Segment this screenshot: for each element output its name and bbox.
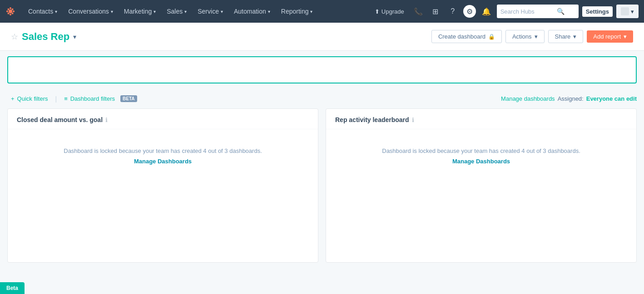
card-1-header: Closed deal amount vs. goal ℹ: [8, 109, 318, 129]
svg-point-3: [6, 10, 8, 12]
filters-right: Manage dashboards Assigned: Everyone can…: [501, 95, 637, 102]
header-actions: Create dashboard 🔒 Actions ▾ Share ▾ Add…: [431, 30, 633, 43]
chevron-down-icon: ▾: [55, 9, 57, 14]
chevron-down-icon: ▾: [221, 9, 223, 14]
card-2-title: Rep activity leaderboard: [335, 116, 409, 123]
card-2-locked-text: Dashboard is locked because your team ha…: [382, 147, 580, 154]
phone-icon-button[interactable]: 📞: [411, 5, 425, 18]
nav-marketing[interactable]: Marketing▾: [119, 0, 161, 23]
actions-button[interactable]: Actions ▾: [505, 30, 545, 43]
chevron-down-icon: ▾: [154, 9, 156, 14]
upgrade-icon: ⬆: [375, 8, 380, 15]
card-1-manage-link[interactable]: Manage Dashboards: [134, 158, 192, 165]
card-1-locked-text: Dashboard is locked because your team ha…: [64, 147, 262, 154]
lock-icon: 🔒: [488, 34, 495, 40]
svg-point-2: [10, 14, 11, 15]
svg-point-1: [10, 7, 11, 9]
quick-filters-button[interactable]: + Quick filters: [7, 93, 52, 104]
beta-badge: BETA: [120, 95, 137, 102]
title-dropdown-chevron[interactable]: ▾: [73, 33, 76, 40]
search-input[interactable]: [500, 8, 555, 15]
svg-point-4: [13, 10, 15, 12]
top-navigation: Contacts▾ Conversations▾ Marketing▾ Sale…: [0, 0, 644, 23]
add-report-button[interactable]: Add report ▾: [587, 30, 633, 43]
card-2-manage-link[interactable]: Manage Dashboards: [452, 158, 510, 165]
info-icon[interactable]: ℹ: [105, 117, 108, 123]
hubspot-logo[interactable]: [5, 6, 15, 16]
plus-icon: +: [11, 95, 15, 102]
chevron-down-icon: ▾: [310, 9, 312, 14]
filter-separator: |: [55, 95, 57, 103]
nav-contacts[interactable]: Contacts▾: [23, 0, 63, 23]
help-icon-button[interactable]: ?: [446, 5, 460, 18]
card-2-body: Dashboard is locked because your team ha…: [326, 129, 636, 183]
settings-icon-button[interactable]: ⚙: [463, 5, 476, 18]
user-menu-button[interactable]: ▾: [616, 5, 639, 18]
svg-point-0: [9, 10, 12, 13]
page-title: Sales Rep: [22, 31, 69, 43]
card-2-header: Rep activity leaderboard ℹ: [326, 109, 636, 129]
upgrade-button[interactable]: ⬆ Upgrade: [371, 8, 408, 15]
nav-reporting[interactable]: Reporting▾: [276, 0, 318, 23]
settings-tooltip: Settings: [582, 6, 613, 17]
nav-service[interactable]: Service▾: [192, 0, 228, 23]
filter-lines-icon: ≡: [64, 95, 68, 102]
svg-point-8: [12, 13, 14, 15]
chevron-down-icon: ▾: [268, 9, 270, 14]
page-title-area: ☆ Sales Rep ▾: [11, 31, 76, 43]
chevron-down-icon: ▾: [624, 33, 627, 40]
info-icon[interactable]: ℹ: [412, 117, 414, 123]
chevron-down-icon: ▾: [184, 9, 187, 14]
create-dashboard-button[interactable]: Create dashboard 🔒: [431, 30, 502, 43]
nav-conversations[interactable]: Conversations▾: [63, 0, 119, 23]
chevron-down-icon: ▾: [573, 33, 576, 40]
dashboard-card-2: Rep activity leaderboard ℹ Dashboard is …: [326, 108, 637, 263]
search-bar[interactable]: 🔍: [497, 5, 579, 18]
page-header: ☆ Sales Rep ▾ Create dashboard 🔒 Actions…: [0, 23, 644, 51]
share-button[interactable]: Share ▾: [548, 30, 584, 43]
grid-icon-button[interactable]: ⊞: [429, 5, 442, 18]
card-1-title: Closed deal amount vs. goal: [17, 116, 103, 123]
search-icon: 🔍: [557, 8, 565, 15]
chevron-down-icon: ▾: [535, 33, 538, 40]
card-1-body: Dashboard is locked because your team ha…: [8, 129, 318, 183]
user-avatar-placeholder: [621, 7, 629, 15]
nav-links: Contacts▾ Conversations▾ Marketing▾ Sale…: [23, 0, 371, 23]
svg-point-6: [12, 9, 14, 10]
filters-bar: + Quick filters | ≡ Dashboard filters BE…: [0, 89, 644, 108]
dashboard-filters-button[interactable]: ≡ Dashboard filters: [60, 93, 119, 104]
nav-sales[interactable]: Sales▾: [161, 0, 192, 23]
filters-left: + Quick filters | ≡ Dashboard filters BE…: [7, 93, 137, 104]
everyone-can-edit-link[interactable]: Everyone can edit: [586, 95, 637, 102]
svg-point-7: [8, 13, 10, 15]
dashboard-grid: Closed deal amount vs. goal ℹ Dashboard …: [0, 108, 644, 270]
nav-automation[interactable]: Automation▾: [228, 0, 276, 23]
chevron-down-icon: ▾: [631, 8, 634, 15]
chevron-down-icon: ▾: [111, 9, 113, 14]
date-filter-bar: [7, 56, 637, 83]
nav-right: ⬆ Upgrade 📞 ⊞ ? ⚙ 🔔 🔍 Settings ▾: [371, 5, 639, 18]
dashboard-card-1: Closed deal amount vs. goal ℹ Dashboard …: [7, 108, 318, 263]
favorite-star-icon[interactable]: ☆: [11, 32, 18, 42]
svg-point-5: [8, 9, 10, 10]
notifications-icon-button[interactable]: 🔔: [480, 5, 493, 18]
manage-dashboards-link[interactable]: Manage dashboards: [501, 95, 555, 102]
assigned-label: Assigned:: [558, 95, 584, 102]
